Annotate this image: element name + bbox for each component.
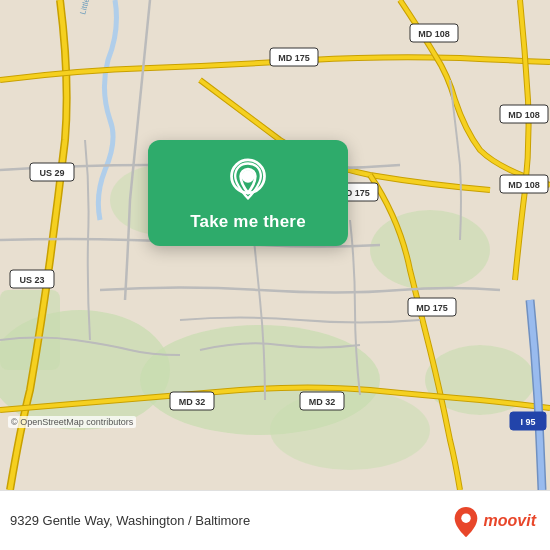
svg-text:MD 175: MD 175	[278, 53, 310, 63]
svg-text:MD 108: MD 108	[508, 110, 540, 120]
bottom-bar: 9329 Gentle Way, Washington / Baltimore …	[0, 490, 550, 550]
svg-text:US 29: US 29	[39, 168, 64, 178]
svg-point-33	[243, 172, 252, 181]
moovit-pin-icon	[452, 505, 480, 537]
svg-text:MD 175: MD 175	[416, 303, 448, 313]
moovit-wordmark: moovit	[484, 512, 536, 530]
svg-point-4	[270, 390, 430, 470]
take-me-there-button[interactable]: Take me there	[190, 212, 306, 232]
svg-rect-7	[0, 290, 60, 370]
svg-text:I 95: I 95	[520, 417, 535, 427]
moovit-logo: moovit	[452, 505, 536, 537]
svg-point-3	[370, 210, 490, 290]
svg-point-34	[461, 513, 470, 522]
svg-text:MD 108: MD 108	[508, 180, 540, 190]
svg-text:US 23: US 23	[19, 275, 44, 285]
location-pin-icon	[226, 158, 270, 202]
map-attribution: © OpenStreetMap contributors	[8, 416, 136, 428]
svg-text:MD 32: MD 32	[179, 397, 206, 407]
svg-text:MD 32: MD 32	[309, 397, 336, 407]
svg-text:MD 108: MD 108	[418, 29, 450, 39]
address-label: 9329 Gentle Way, Washington / Baltimore	[10, 513, 250, 528]
cta-card[interactable]: Take me there	[148, 140, 348, 246]
map-container: MD 175 MD 175 MD 175 MD 108 MD 108 MD 10…	[0, 0, 550, 490]
